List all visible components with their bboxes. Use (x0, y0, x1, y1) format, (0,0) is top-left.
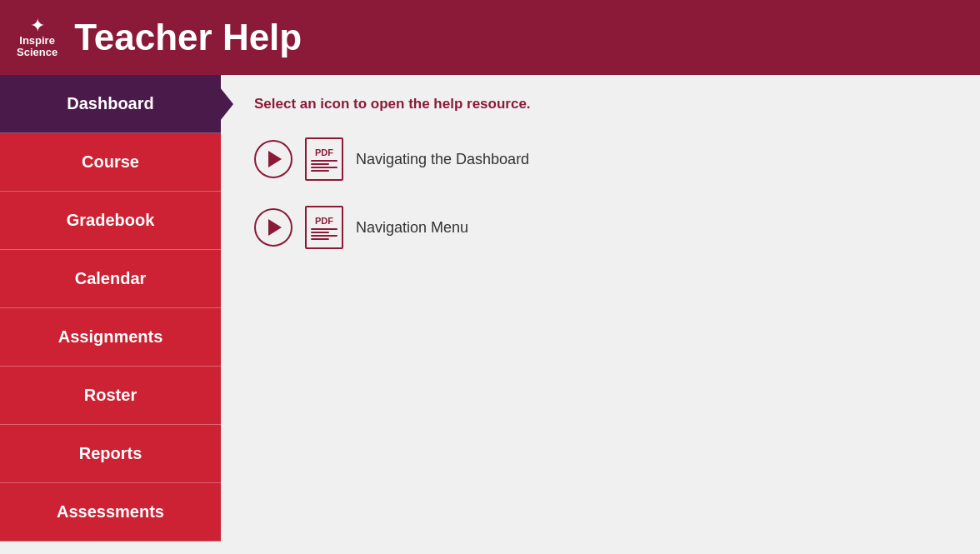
logo: ✦ Inspire Science (17, 17, 58, 59)
sidebar-item-roster[interactable]: Roster (0, 367, 221, 425)
pdf-icon-1[interactable]: PDF (305, 137, 343, 181)
pdf-line (311, 160, 338, 162)
pdf-line (311, 232, 329, 233)
play-icon-1[interactable] (254, 140, 292, 178)
sidebar-item-gradebook[interactable]: Gradebook (0, 192, 221, 250)
header: ✦ Inspire Science Teacher Help (0, 0, 980, 75)
sidebar-item-assignments[interactable]: Assignments (0, 308, 221, 367)
play-triangle-icon (268, 151, 282, 167)
sidebar-item-course[interactable]: Course (0, 133, 221, 192)
help-item-navigation-menu[interactable]: PDF Navigation Menu (254, 206, 947, 249)
sidebar-item-reports[interactable]: Reports (0, 425, 221, 483)
sidebar: Dashboard Course Gradebook Calendar Assi… (0, 75, 221, 554)
pdf-icon-2[interactable]: PDF (305, 206, 343, 249)
play-triangle-icon (268, 219, 282, 236)
pdf-line (311, 235, 338, 237)
sidebar-item-calendar[interactable]: Calendar (0, 250, 221, 308)
help-item-label: Navigating the Dashboard (356, 151, 529, 168)
pdf-line (311, 170, 329, 172)
play-icon-2[interactable] (254, 208, 292, 247)
help-item-navigating-dashboard[interactable]: PDF Navigating the Dashboard (254, 137, 947, 181)
logo-icon: ✦ (30, 17, 45, 35)
logo-text: Inspire Science (17, 35, 58, 59)
help-item-label: Navigation Menu (356, 219, 468, 237)
pdf-line (311, 167, 338, 168)
content-area: Select an icon to open the help resource… (221, 75, 980, 554)
pdf-line (311, 238, 329, 240)
pdf-line (311, 228, 338, 230)
content-instruction: Select an icon to open the help resource… (254, 96, 947, 112)
page-title: Teacher Help (74, 17, 302, 58)
sidebar-item-dashboard[interactable]: Dashboard (0, 75, 221, 133)
pdf-line (311, 163, 329, 165)
sidebar-item-assessments[interactable]: Assessments (0, 483, 221, 542)
main-layout: Dashboard Course Gradebook Calendar Assi… (0, 75, 980, 554)
